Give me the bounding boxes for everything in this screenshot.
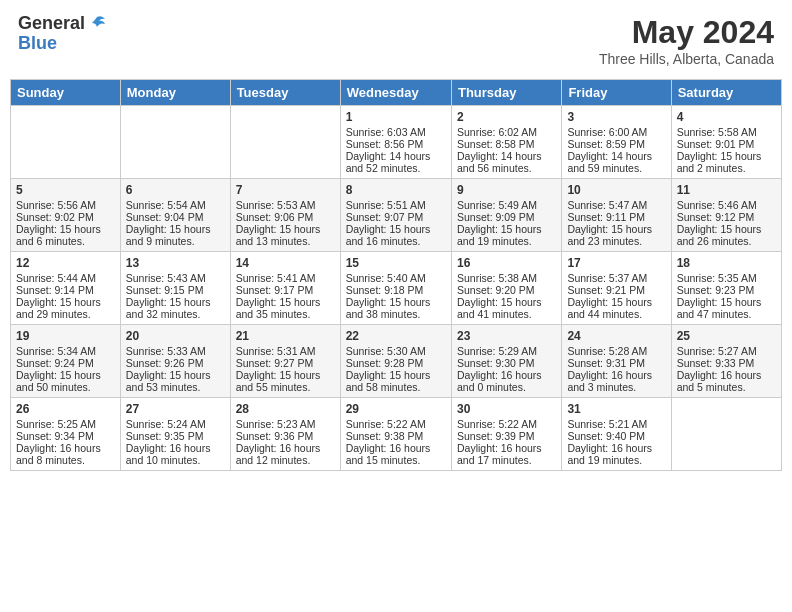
day-info: Sunset: 9:30 PM <box>457 357 556 369</box>
day-info: Daylight: 14 hours and 52 minutes. <box>346 150 446 174</box>
day-info: Sunset: 9:04 PM <box>126 211 225 223</box>
day-info: Sunrise: 5:30 AM <box>346 345 446 357</box>
day-info: Sunset: 9:23 PM <box>677 284 776 296</box>
day-info: Sunset: 9:12 PM <box>677 211 776 223</box>
day-info: Daylight: 14 hours and 59 minutes. <box>567 150 665 174</box>
day-info: Daylight: 15 hours and 44 minutes. <box>567 296 665 320</box>
day-info: Sunrise: 5:22 AM <box>346 418 446 430</box>
day-info: Sunrise: 6:02 AM <box>457 126 556 138</box>
calendar-cell <box>230 106 340 179</box>
calendar-cell: 18Sunrise: 5:35 AMSunset: 9:23 PMDayligh… <box>671 252 781 325</box>
logo-blue: Blue <box>18 34 107 54</box>
day-info: Sunrise: 5:49 AM <box>457 199 556 211</box>
calendar-cell: 27Sunrise: 5:24 AMSunset: 9:35 PMDayligh… <box>120 398 230 471</box>
day-info: Sunrise: 5:33 AM <box>126 345 225 357</box>
day-info: Daylight: 15 hours and 29 minutes. <box>16 296 115 320</box>
day-info: Sunset: 9:33 PM <box>677 357 776 369</box>
day-info: Sunrise: 5:37 AM <box>567 272 665 284</box>
day-info: Daylight: 15 hours and 13 minutes. <box>236 223 335 247</box>
day-info: Daylight: 15 hours and 58 minutes. <box>346 369 446 393</box>
day-number: 13 <box>126 256 225 270</box>
day-info: Sunset: 9:02 PM <box>16 211 115 223</box>
day-info: Sunrise: 5:41 AM <box>236 272 335 284</box>
day-info: Sunrise: 5:54 AM <box>126 199 225 211</box>
day-info: Sunrise: 5:23 AM <box>236 418 335 430</box>
calendar-cell: 24Sunrise: 5:28 AMSunset: 9:31 PMDayligh… <box>562 325 671 398</box>
day-info: Daylight: 15 hours and 6 minutes. <box>16 223 115 247</box>
day-info: Sunrise: 5:24 AM <box>126 418 225 430</box>
month-title: May 2024 <box>599 14 774 51</box>
day-info: Daylight: 16 hours and 8 minutes. <box>16 442 115 466</box>
day-number: 28 <box>236 402 335 416</box>
calendar-cell: 26Sunrise: 5:25 AMSunset: 9:34 PMDayligh… <box>11 398 121 471</box>
day-info: Daylight: 15 hours and 41 minutes. <box>457 296 556 320</box>
day-info: Sunset: 9:26 PM <box>126 357 225 369</box>
calendar-cell: 7Sunrise: 5:53 AMSunset: 9:06 PMDaylight… <box>230 179 340 252</box>
day-number: 24 <box>567 329 665 343</box>
calendar-cell: 4Sunrise: 5:58 AMSunset: 9:01 PMDaylight… <box>671 106 781 179</box>
weekday-header-saturday: Saturday <box>671 80 781 106</box>
day-number: 14 <box>236 256 335 270</box>
calendar-cell: 11Sunrise: 5:46 AMSunset: 9:12 PMDayligh… <box>671 179 781 252</box>
day-info: Sunrise: 5:25 AM <box>16 418 115 430</box>
day-info: Sunset: 9:35 PM <box>126 430 225 442</box>
calendar-cell: 15Sunrise: 5:40 AMSunset: 9:18 PMDayligh… <box>340 252 451 325</box>
day-info: Daylight: 16 hours and 5 minutes. <box>677 369 776 393</box>
day-number: 23 <box>457 329 556 343</box>
day-info: Sunset: 9:34 PM <box>16 430 115 442</box>
day-number: 4 <box>677 110 776 124</box>
day-info: Sunrise: 5:47 AM <box>567 199 665 211</box>
day-info: Sunset: 9:07 PM <box>346 211 446 223</box>
day-info: Daylight: 15 hours and 38 minutes. <box>346 296 446 320</box>
calendar-cell: 17Sunrise: 5:37 AMSunset: 9:21 PMDayligh… <box>562 252 671 325</box>
calendar-cell <box>671 398 781 471</box>
day-info: Sunset: 9:39 PM <box>457 430 556 442</box>
day-number: 25 <box>677 329 776 343</box>
calendar-table: SundayMondayTuesdayWednesdayThursdayFrid… <box>10 79 782 471</box>
day-info: Daylight: 16 hours and 0 minutes. <box>457 369 556 393</box>
day-info: Daylight: 16 hours and 12 minutes. <box>236 442 335 466</box>
calendar-cell: 8Sunrise: 5:51 AMSunset: 9:07 PMDaylight… <box>340 179 451 252</box>
day-info: Sunrise: 5:56 AM <box>16 199 115 211</box>
calendar-cell: 23Sunrise: 5:29 AMSunset: 9:30 PMDayligh… <box>451 325 561 398</box>
day-number: 22 <box>346 329 446 343</box>
day-info: Sunrise: 5:51 AM <box>346 199 446 211</box>
day-info: Sunrise: 6:00 AM <box>567 126 665 138</box>
day-info: Sunrise: 5:38 AM <box>457 272 556 284</box>
day-number: 3 <box>567 110 665 124</box>
title-block: May 2024 Three Hills, Alberta, Canada <box>599 14 774 67</box>
day-info: Sunrise: 5:29 AM <box>457 345 556 357</box>
day-number: 21 <box>236 329 335 343</box>
calendar-cell: 31Sunrise: 5:21 AMSunset: 9:40 PMDayligh… <box>562 398 671 471</box>
day-info: Sunrise: 5:58 AM <box>677 126 776 138</box>
calendar-cell: 9Sunrise: 5:49 AMSunset: 9:09 PMDaylight… <box>451 179 561 252</box>
day-number: 2 <box>457 110 556 124</box>
calendar-cell: 19Sunrise: 5:34 AMSunset: 9:24 PMDayligh… <box>11 325 121 398</box>
day-info: Sunset: 9:20 PM <box>457 284 556 296</box>
weekday-header-monday: Monday <box>120 80 230 106</box>
day-number: 7 <box>236 183 335 197</box>
day-info: Sunset: 9:24 PM <box>16 357 115 369</box>
calendar-week-4: 19Sunrise: 5:34 AMSunset: 9:24 PMDayligh… <box>11 325 782 398</box>
day-info: Sunset: 9:31 PM <box>567 357 665 369</box>
day-info: Daylight: 16 hours and 3 minutes. <box>567 369 665 393</box>
day-number: 18 <box>677 256 776 270</box>
day-info: Sunset: 9:28 PM <box>346 357 446 369</box>
day-info: Sunset: 9:21 PM <box>567 284 665 296</box>
calendar-cell: 3Sunrise: 6:00 AMSunset: 8:59 PMDaylight… <box>562 106 671 179</box>
day-number: 31 <box>567 402 665 416</box>
weekday-header-tuesday: Tuesday <box>230 80 340 106</box>
day-info: Sunrise: 5:43 AM <box>126 272 225 284</box>
day-info: Sunset: 9:11 PM <box>567 211 665 223</box>
day-info: Daylight: 16 hours and 17 minutes. <box>457 442 556 466</box>
day-info: Daylight: 15 hours and 2 minutes. <box>677 150 776 174</box>
calendar-cell: 2Sunrise: 6:02 AMSunset: 8:58 PMDaylight… <box>451 106 561 179</box>
weekday-header-sunday: Sunday <box>11 80 121 106</box>
day-info: Sunrise: 5:44 AM <box>16 272 115 284</box>
day-info: Sunrise: 5:31 AM <box>236 345 335 357</box>
day-number: 26 <box>16 402 115 416</box>
day-info: Sunrise: 5:35 AM <box>677 272 776 284</box>
day-number: 17 <box>567 256 665 270</box>
calendar-week-5: 26Sunrise: 5:25 AMSunset: 9:34 PMDayligh… <box>11 398 782 471</box>
day-info: Daylight: 15 hours and 16 minutes. <box>346 223 446 247</box>
